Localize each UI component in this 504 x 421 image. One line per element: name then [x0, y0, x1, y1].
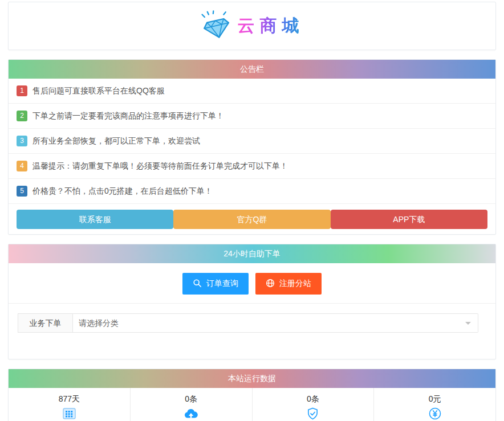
notice-text: 温馨提示：请勿重复下单哦！必须要等待前面任务订单完成才可以下单！: [32, 161, 288, 171]
notice-number-badge: 4: [17, 161, 27, 171]
chevron-down-icon[interactable]: [465, 322, 471, 328]
order-actions: 订单查询 注册分站: [9, 263, 495, 304]
notice-item: 1售后问题可直接联系平台在线QQ客服: [9, 79, 495, 104]
register-substation-button[interactable]: 注册分站: [255, 273, 322, 295]
order-query-button[interactable]: 订单查询: [182, 273, 249, 295]
order-form: 业务下单 请选择分类: [18, 313, 478, 333]
announcement-card: 公告栏 1售后问题可直接联系平台在线QQ客服2下单之前请一定要看完该商品的注意事…: [8, 59, 496, 235]
contact-support-button[interactable]: 联系客服: [17, 210, 173, 229]
category-select-value: 请选择分类: [79, 318, 119, 328]
announcement-header: 公告栏: [9, 60, 495, 79]
notice-number-badge: 1: [17, 85, 27, 96]
notice-number-badge: 2: [17, 111, 27, 121]
official-qq-group-button[interactable]: 官方Q群: [173, 210, 330, 229]
diamond-icon: [200, 10, 233, 42]
order-form-label: 业务下单: [18, 313, 73, 333]
site-title: 云商城: [238, 14, 304, 38]
stat-value: 0条: [253, 393, 374, 406]
app-download-button[interactable]: APP下载: [331, 210, 487, 229]
notice-number-badge: 3: [17, 136, 27, 146]
notice-item: 2下单之前请一定要看完该商品的注意事项再进行下单！: [9, 104, 495, 129]
shield-check-icon: [253, 406, 374, 421]
stat-item: 0元累计交易金额: [374, 388, 495, 421]
logo-card: 云商城: [8, 2, 496, 50]
stats-header: 本站运行数据: [9, 369, 495, 388]
notice-number-badge: 5: [17, 186, 27, 197]
notice-list: 1售后问题可直接联系平台在线QQ客服2下单之前请一定要看完该商品的注意事项再进行…: [9, 79, 495, 204]
notice-text: 下单之前请一定要看完该商品的注意事项再进行下单！: [32, 111, 224, 121]
register-substation-label: 注册分站: [279, 279, 311, 289]
notice-item: 5价格贵？不怕，点击0元搭建，在后台超低价下单！: [9, 179, 495, 204]
globe-icon: [266, 279, 275, 289]
stat-value: 0元: [374, 393, 495, 406]
stats-row: 877天本站运营天数0条本站订单数量0条已处理订单数0元累计交易金额: [9, 388, 495, 421]
stat-item: 0条已处理订单数: [253, 388, 375, 421]
page: 云商城 公告栏 1售后问题可直接联系平台在线QQ客服2下单之前请一定要看完该商品…: [8, 2, 496, 421]
order-header: 24小时自助下单: [9, 244, 495, 263]
notice-text: 价格贵？不怕，点击0元搭建，在后台超低价下单！: [32, 186, 213, 197]
notice-item: 4温馨提示：请勿重复下单哦！必须要等待前面任务订单完成才可以下单！: [9, 154, 495, 179]
calendar-grid-icon: [9, 406, 130, 421]
notice-text: 售后问题可直接联系平台在线QQ客服: [32, 86, 165, 96]
stat-value: 0条: [131, 393, 252, 406]
stat-value: 877天: [9, 393, 130, 406]
stat-item: 877天本站运营天数: [9, 388, 131, 421]
cloud-upload-icon: [131, 406, 252, 421]
notice-text: 所有业务全部恢复，都可以正常下单，欢迎尝试: [32, 136, 200, 146]
notice-item: 3所有业务全部恢复，都可以正常下单，欢迎尝试: [9, 129, 495, 154]
notice-button-row: 联系客服官方Q群APP下载: [9, 204, 495, 234]
category-select[interactable]: 请选择分类: [73, 313, 478, 333]
search-icon: [193, 279, 202, 289]
yen-circle-icon: [374, 406, 495, 421]
order-query-label: 订单查询: [206, 279, 238, 289]
stat-item: 0条本站订单数量: [131, 388, 253, 421]
order-card: 24小时自助下单 订单查询: [8, 244, 496, 359]
stats-card: 本站运行数据 877天本站运营天数0条本站订单数量0条已处理订单数0元累计交易金…: [8, 369, 496, 421]
site-logo: 云商城: [200, 10, 304, 42]
